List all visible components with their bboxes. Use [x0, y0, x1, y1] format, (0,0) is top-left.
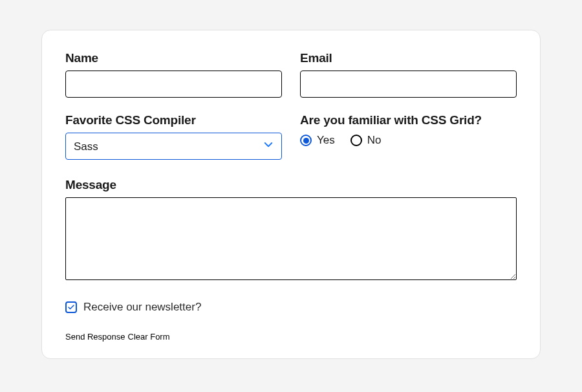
email-label: Email [300, 51, 517, 65]
field-message: Message [65, 178, 517, 280]
message-label: Message [65, 178, 517, 192]
radio-item-no[interactable]: No [350, 134, 382, 147]
radio-no-label: No [367, 134, 382, 147]
newsletter-label[interactable]: Receive our newsletter? [83, 301, 201, 314]
field-grid-familiar: Are you familiar with CSS Grid? Yes No [300, 113, 517, 160]
grid-label: Are you familiar with CSS Grid? [300, 113, 517, 127]
send-response-button[interactable]: Send Response [65, 332, 125, 342]
form-card: Name Email Favorite CSS Compiler Sass Ar… [41, 30, 541, 359]
radio-item-yes[interactable]: Yes [300, 134, 335, 147]
compiler-select[interactable]: Sass [65, 133, 282, 160]
newsletter-row: Receive our newsletter? [65, 301, 517, 314]
radio-no [350, 135, 362, 146]
row-compiler-grid: Favorite CSS Compiler Sass Are you famil… [65, 113, 517, 160]
row-name-email: Name Email [65, 51, 517, 98]
form-actions: Send Response Clear Form [65, 332, 517, 342]
field-name: Name [65, 51, 282, 98]
email-field[interactable] [300, 71, 517, 98]
clear-form-button[interactable]: Clear Form [128, 332, 170, 342]
compiler-select-wrap: Sass [65, 133, 282, 160]
grid-radio-group: Yes No [300, 134, 517, 147]
compiler-label: Favorite CSS Compiler [65, 113, 282, 127]
check-icon [67, 303, 75, 311]
field-compiler: Favorite CSS Compiler Sass [65, 113, 282, 160]
field-email: Email [300, 51, 517, 98]
newsletter-checkbox[interactable] [65, 301, 77, 313]
radio-yes-label: Yes [317, 134, 335, 147]
radio-yes [300, 135, 312, 146]
name-label: Name [65, 51, 282, 65]
name-input[interactable] [65, 71, 282, 98]
message-textarea[interactable] [65, 197, 517, 280]
